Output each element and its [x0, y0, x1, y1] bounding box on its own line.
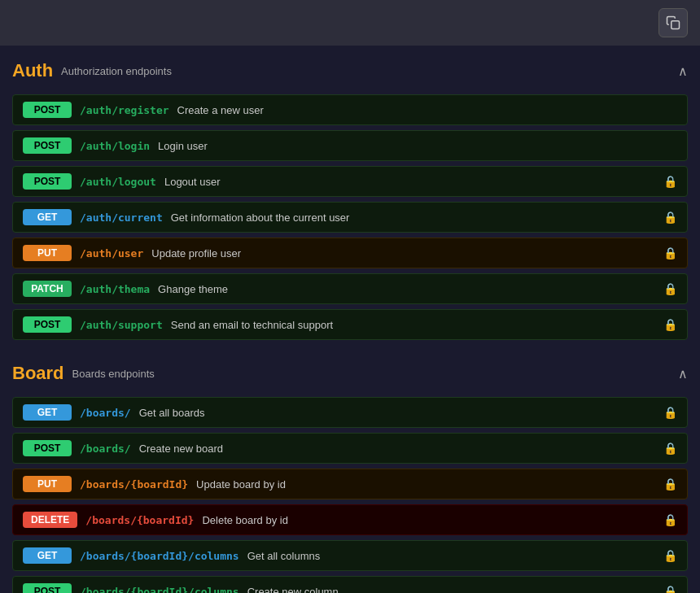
section-header-auth: AuthAuthorization endpoints∧ — [12, 54, 688, 88]
lock-icon: 🔒 — [663, 585, 677, 593]
endpoint-row[interactable]: POST/auth/registerCreate a new user — [12, 94, 688, 125]
endpoint-row[interactable]: DELETE/boards/{boardId}Delete board by i… — [12, 504, 688, 535]
main-content: AuthAuthorization endpoints∧POST/auth/re… — [0, 46, 700, 593]
endpoint-path: /auth/logout — [80, 176, 156, 188]
endpoint-desc: Create new board — [139, 443, 655, 455]
endpoint-row[interactable]: POST/boards/{boardId}/columnsCreate new … — [12, 576, 688, 593]
endpoint-path: /auth/user — [80, 247, 143, 259]
method-badge: POST — [23, 440, 72, 456]
lock-icon: 🔒 — [663, 318, 677, 331]
endpoint-desc: Update board by id — [196, 478, 655, 491]
lock-icon: 🔒 — [663, 477, 677, 491]
method-badge: PUT — [23, 476, 72, 492]
endpoint-desc: Login user — [158, 140, 677, 152]
endpoint-desc: Logout user — [164, 176, 655, 188]
endpoint-row[interactable]: PUT/auth/userUpdate profile user🔒 — [12, 238, 688, 268]
method-badge: POST — [23, 316, 72, 333]
endpoint-desc: Get information about the current user — [171, 211, 655, 224]
section-title-board: BoardBoards endpoints — [12, 363, 155, 384]
endpoint-row[interactable]: POST/auth/loginLogin user — [12, 130, 688, 161]
endpoint-row[interactable]: PATCH/auth/themaGhange theme🔒 — [12, 273, 688, 304]
chevron-icon-auth[interactable]: ∧ — [678, 63, 688, 79]
endpoint-row[interactable]: GET/boards/{boardId}/columnsGet all colu… — [12, 540, 688, 571]
endpoint-row[interactable]: PUT/boards/{boardId}Update board by id🔒 — [12, 469, 688, 499]
svg-rect-0 — [672, 21, 680, 29]
section-auth: AuthAuthorization endpoints∧POST/auth/re… — [12, 54, 688, 340]
method-badge: PATCH — [23, 281, 72, 297]
method-badge: POST — [23, 102, 72, 118]
lock-icon: 🔒 — [663, 406, 677, 419]
section-title-auth: AuthAuthorization endpoints — [12, 60, 172, 81]
endpoint-path: /auth/thema — [80, 283, 150, 295]
method-badge: DELETE — [23, 512, 77, 528]
chevron-icon-board[interactable]: ∧ — [678, 366, 688, 382]
section-desc-board: Boards endpoints — [72, 368, 155, 380]
lock-icon: 🔒 — [663, 211, 677, 224]
method-badge: PUT — [23, 245, 72, 261]
section-name-auth: Auth — [12, 60, 53, 81]
section-name-board: Board — [12, 363, 64, 384]
endpoint-desc: Get all boards — [139, 407, 655, 419]
endpoint-desc: Create a new user — [177, 104, 677, 116]
copy-button[interactable] — [658, 8, 688, 37]
endpoint-path: /boards/ — [80, 443, 131, 455]
endpoint-row[interactable]: POST/boards/Create new board🔒 — [12, 433, 688, 464]
section-board: BoardBoards endpoints∧GET/boards/Get all… — [12, 356, 688, 593]
endpoint-path: /boards/{boardId}/columns — [80, 550, 239, 562]
method-badge: GET — [23, 547, 72, 564]
endpoint-path: /boards/{boardId}/columns — [80, 586, 239, 594]
endpoint-desc: Update profile user — [151, 247, 655, 259]
endpoint-path: /boards/ — [80, 407, 131, 419]
endpoint-desc: Create new column — [247, 586, 655, 594]
lock-icon: 🔒 — [663, 246, 677, 259]
method-badge: POST — [23, 173, 72, 190]
endpoint-path: /boards/{boardId} — [80, 478, 188, 491]
lock-icon: 🔒 — [663, 442, 677, 455]
section-desc-auth: Authorization endpoints — [61, 65, 172, 77]
endpoint-row[interactable]: POST/auth/logoutLogout user🔒 — [12, 166, 688, 197]
address-bar — [0, 0, 700, 46]
endpoint-desc: Get all columns — [247, 550, 655, 562]
lock-icon: 🔒 — [663, 282, 677, 295]
method-badge: GET — [23, 404, 72, 421]
endpoint-desc: Delete board by id — [202, 514, 655, 526]
endpoint-path: /auth/login — [80, 140, 150, 152]
lock-icon: 🔒 — [663, 513, 677, 526]
endpoint-path: /auth/register — [80, 104, 169, 116]
lock-icon: 🔒 — [663, 175, 677, 188]
method-badge: GET — [23, 209, 72, 225]
endpoint-desc: Ghange theme — [158, 283, 655, 295]
endpoint-row[interactable]: GET/boards/Get all boards🔒 — [12, 397, 688, 428]
endpoint-row[interactable]: POST/auth/supportSend an email to techni… — [12, 309, 688, 340]
lock-icon: 🔒 — [663, 549, 677, 562]
endpoint-desc: Send an email to technical support — [171, 319, 655, 331]
endpoint-path: /boards/{boardId} — [85, 514, 194, 526]
endpoint-row[interactable]: GET/auth/currentGet information about th… — [12, 202, 688, 233]
method-badge: POST — [23, 583, 72, 593]
endpoint-path: /auth/current — [80, 211, 163, 224]
method-badge: POST — [23, 137, 72, 154]
endpoint-path: /auth/support — [80, 319, 163, 331]
section-header-board: BoardBoards endpoints∧ — [12, 356, 688, 390]
